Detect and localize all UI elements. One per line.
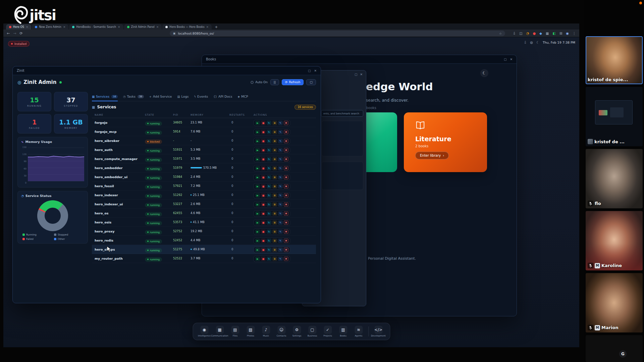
delete-button[interactable]: ✖: [284, 139, 288, 143]
service-row-hero-fossil[interactable]: hero_fossilrunning579217.2 MB0▶■↻≣✎✖: [92, 182, 316, 191]
bookmark-star-icon[interactable]: ☆: [499, 32, 502, 35]
edit-button[interactable]: ✎: [278, 184, 283, 189]
stop-button[interactable]: ■: [261, 157, 266, 161]
zinit-tab-api-docs[interactable]: {}API Docs: [213, 92, 232, 101]
extension-e-icon[interactable]: ◧: [552, 32, 555, 35]
dock-item-books[interactable]: ▥Books: [336, 326, 351, 337]
restart-button[interactable]: ↻: [267, 211, 271, 216]
network-icon[interactable]: ◍: [530, 41, 533, 44]
service-row-forgejo[interactable]: forgejorunning3460523.1 MB0▶■↻≣✎✖: [92, 118, 316, 127]
dock-item-development[interactable]: </>Development: [371, 326, 386, 337]
zinit-tab-add-service[interactable]: +Add Service: [149, 92, 172, 101]
logs-button[interactable]: ≣: [272, 248, 277, 252]
start-button[interactable]: ▶: [255, 257, 260, 261]
restart-button[interactable]: ↻: [267, 220, 271, 225]
participant-tile-marion[interactable]: MMarion: [586, 273, 643, 332]
reload-button[interactable]: ⟳: [19, 31, 22, 36]
edit-button[interactable]: ✎: [278, 121, 283, 125]
participant-tile-kristof-de-[interactable]: kristof de ...: [586, 87, 643, 146]
edit-button[interactable]: ✎: [278, 139, 283, 143]
browser-tab-zinit-admin-panel[interactable]: Zinit Admin Panel×: [124, 24, 162, 30]
edit-button[interactable]: ✎: [278, 211, 283, 216]
restart-button[interactable]: ↻: [267, 157, 271, 161]
back-button[interactable]: ←: [7, 31, 10, 36]
dock-item-files[interactable]: ▤Files: [228, 326, 243, 337]
zinit-tab-events[interactable]: ϟEvents: [194, 92, 208, 101]
restart-button[interactable]: ↻: [267, 202, 271, 207]
edit-button[interactable]: ✎: [278, 257, 283, 261]
logs-button[interactable]: ≣: [272, 121, 277, 125]
stop-button[interactable]: ■: [261, 239, 266, 243]
restart-button[interactable]: ↻: [267, 248, 271, 252]
start-button[interactable]: ▶: [255, 175, 260, 179]
logs-button[interactable]: ≣: [272, 139, 277, 143]
logs-button[interactable]: ≣: [272, 184, 277, 189]
start-button[interactable]: ▶: [255, 121, 260, 125]
logs-button[interactable]: ≣: [272, 166, 277, 170]
service-row-hero-proxy[interactable]: hero_proxyrunning5275219.2 MB0▶■↻≣✎✖: [92, 227, 316, 236]
logs-button[interactable]: ≣: [272, 157, 277, 161]
menu-icon[interactable]: ⋮: [573, 32, 576, 35]
stop-button[interactable]: ■: [261, 193, 266, 198]
logs-button[interactable]: ≣: [272, 220, 277, 225]
puzzle-icon[interactable]: ⊞: [559, 32, 562, 35]
stop-button[interactable]: ■: [261, 229, 266, 234]
delete-button[interactable]: ✖: [284, 166, 288, 170]
edit-button[interactable]: ✎: [278, 130, 283, 134]
tab-close-icon[interactable]: ×: [156, 25, 159, 29]
semantic-search-input[interactable]: ents, and benchmark search: [321, 110, 363, 117]
installed-badge[interactable]: Installed: [8, 41, 30, 47]
start-button[interactable]: ▶: [255, 211, 260, 216]
stop-button[interactable]: ■: [261, 130, 266, 134]
zinit-titlebar[interactable]: Zinit ▢ ✕: [13, 66, 321, 75]
participant-tile-kristof-de-spie-[interactable]: kristof de spie...: [586, 36, 643, 84]
stop-button[interactable]: ■: [261, 248, 266, 252]
extension-b-icon[interactable]: ●: [533, 32, 536, 35]
edit-button[interactable]: ✎: [278, 239, 283, 243]
stop-button[interactable]: ■: [261, 175, 266, 179]
delete-button[interactable]: ✖: [284, 157, 288, 161]
zinit-tab-tasks[interactable]: ◷Tasks39: [123, 92, 144, 101]
tab-close-icon[interactable]: ×: [118, 25, 120, 29]
edit-button[interactable]: ✎: [278, 229, 283, 234]
reading-list-icon[interactable]: ◫: [519, 32, 522, 35]
restart-button[interactable]: ↻: [267, 139, 271, 143]
stop-button[interactable]: ■: [261, 220, 266, 225]
delete-button[interactable]: ✖: [284, 148, 288, 152]
start-button[interactable]: ▶: [255, 184, 260, 189]
dialog-close-icon[interactable]: ✕: [360, 73, 363, 76]
tab-close-icon[interactable]: ×: [206, 25, 209, 29]
delete-button[interactable]: ✖: [284, 229, 288, 234]
start-button[interactable]: ▶: [255, 166, 260, 170]
delete-button[interactable]: ✖: [284, 193, 288, 198]
service-row-hero-embedder[interactable]: hero_embedderrunning51979570.5 MB0▶■↻≣✎✖: [92, 163, 316, 172]
delete-button[interactable]: ✖: [284, 257, 288, 261]
restart-button[interactable]: ↻: [267, 184, 271, 189]
zinit-tab-mcp[interactable]: ◈MCP: [237, 92, 248, 101]
stop-button[interactable]: ■: [261, 121, 266, 125]
books-close-icon[interactable]: ✕: [510, 58, 513, 61]
edit-button[interactable]: ✎: [278, 157, 283, 161]
literature-card[interactable]: Literature 2 books Enter library ›: [404, 112, 487, 172]
stop-button[interactable]: ■: [261, 166, 266, 170]
download-icon[interactable]: ⇩: [513, 32, 516, 35]
service-row-my-router-path[interactable]: my_router_pathrunning525223.7 MB0▶■↻≣✎✖: [92, 254, 316, 263]
pause-button[interactable]: ||: [270, 79, 279, 85]
restart-button[interactable]: ↻: [267, 239, 271, 243]
delete-button[interactable]: ✖: [284, 175, 288, 179]
stop-button[interactable]: ■: [261, 184, 266, 189]
profile-avatar-icon[interactable]: ◉: [566, 32, 569, 35]
books-titlebar[interactable]: Books ▢ ✕: [202, 55, 517, 64]
edit-button[interactable]: ✎: [278, 166, 283, 170]
service-row-hero-auth[interactable]: hero_authrunning519315.3 MB0▶■↻≣✎✖: [92, 145, 316, 154]
logs-button[interactable]: ≣: [272, 239, 277, 243]
logs-button[interactable]: ≣: [272, 257, 277, 261]
service-row-hero-osis[interactable]: hero_osisrunning5357341.1 MB0▶■↻≣✎✖: [92, 218, 316, 227]
logs-button[interactable]: ≣: [272, 148, 277, 152]
dark-mode-toggle[interactable]: ☾: [480, 69, 488, 77]
delete-button[interactable]: ✖: [284, 239, 288, 243]
restart-button[interactable]: ↻: [267, 166, 271, 170]
service-row-hero-redis[interactable]: hero_redisrunning524524.4 MB0▶■↻≣✎✖: [92, 236, 316, 245]
stop-button[interactable]: ■: [261, 139, 266, 143]
browser-tab-hero-books-hero-books[interactable]: Hero Books — Hero Books×: [162, 24, 212, 30]
